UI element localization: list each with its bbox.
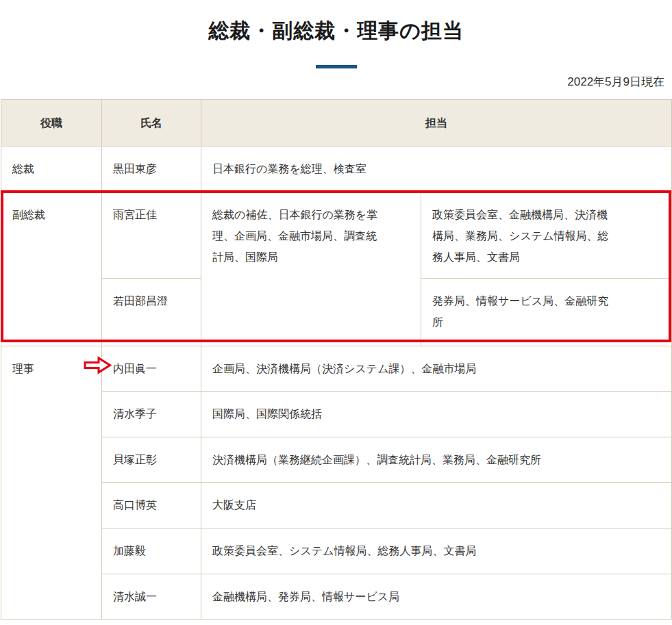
duty-shared-cell: 総裁の補佐、日本銀行の業務を掌 理、企画局、金融市場局、調査統 計局、国際局 bbox=[201, 192, 421, 346]
position-cell: 総裁 bbox=[1, 146, 102, 192]
name-cell: 清水季子 bbox=[102, 392, 201, 437]
page: 総裁・副総裁・理事の担当 2022年5月9日現在 役職 氏名 担当 総裁 黒田東… bbox=[0, 0, 672, 625]
position-cell: 理事 bbox=[1, 346, 102, 620]
name-cell: 清水誠一 bbox=[102, 574, 201, 620]
page-title: 総裁・副総裁・理事の担当 bbox=[0, 18, 672, 43]
duty-cell: 政策委員会室、金融機構局、決済機 構局、業務局、システム情報局、総 務人事局、文… bbox=[421, 192, 672, 279]
duty-cell: 政策委員会室、システム情報局、総務人事局、文書局 bbox=[201, 528, 672, 574]
officers-table: 役職 氏名 担当 総裁 黒田東彦 日本銀行の業務を総理、検査室 副総裁 雨宮正佳… bbox=[1, 99, 672, 620]
officers-table-wrap: 役職 氏名 担当 総裁 黒田東彦 日本銀行の業務を総理、検査室 副総裁 雨宮正佳… bbox=[1, 99, 671, 620]
header-duty: 担当 bbox=[201, 100, 672, 146]
table-row: 清水誠一 金融機構局、発券局、情報サービス局 bbox=[1, 574, 672, 620]
name-cell: 加藤毅 bbox=[102, 528, 201, 574]
table-row: 総裁 黒田東彦 日本銀行の業務を総理、検査室 bbox=[1, 146, 672, 192]
name-cell: 貝塚正彰 bbox=[102, 437, 201, 483]
position-cell: 副総裁 bbox=[1, 192, 102, 346]
table-header-row: 役職 氏名 担当 bbox=[1, 100, 672, 146]
table-row: 高口博英 大阪支店 bbox=[1, 483, 672, 528]
table-row: 副総裁 雨宮正佳 総裁の補佐、日本銀行の業務を掌 理、企画局、金融市場局、調査統… bbox=[1, 192, 672, 279]
date-note: 2022年5月9日現在 bbox=[0, 75, 664, 90]
duty-cell: 日本銀行の業務を総理、検査室 bbox=[201, 146, 672, 192]
duty-cell: 決済機構局（業務継続企画課）、調査統計局、業務局、金融研究所 bbox=[201, 437, 672, 483]
table-row: 清水季子 国際局、国際関係統括 bbox=[1, 392, 672, 437]
table-row: 加藤毅 政策委員会室、システム情報局、総務人事局、文書局 bbox=[1, 528, 672, 574]
name-cell: 雨宮正佳 bbox=[102, 192, 201, 279]
title-divider bbox=[316, 65, 357, 68]
name-cell: 黒田東彦 bbox=[102, 146, 201, 192]
duty-cell: 発券局、情報サービス局、金融研究 所 bbox=[421, 279, 672, 346]
header-position: 役職 bbox=[1, 100, 102, 146]
duty-cell: 金融機構局、発券局、情報サービス局 bbox=[201, 574, 672, 620]
table-row: 理事 内田眞一 企画局、決済機構局（決済システム課）、金融市場局 bbox=[1, 346, 672, 392]
header-name: 氏名 bbox=[102, 100, 201, 146]
name-cell: 内田眞一 bbox=[102, 346, 201, 392]
duty-cell: 大阪支店 bbox=[201, 483, 672, 528]
duty-cell: 国際局、国際関係統括 bbox=[201, 392, 672, 437]
name-cell: 若田部昌澄 bbox=[102, 279, 201, 346]
duty-cell: 企画局、決済機構局（決済システム課）、金融市場局 bbox=[201, 346, 672, 392]
name-cell: 高口博英 bbox=[102, 483, 201, 528]
table-row: 貝塚正彰 決済機構局（業務継続企画課）、調査統計局、業務局、金融研究所 bbox=[1, 437, 672, 483]
